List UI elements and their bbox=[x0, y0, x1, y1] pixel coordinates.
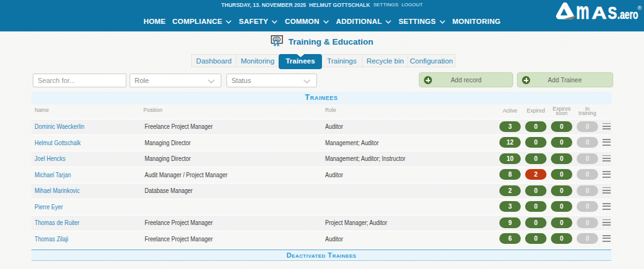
svg-text:S: S bbox=[608, 4, 618, 23]
svg-text:m: m bbox=[576, 0, 589, 23]
svg-text:.aero: .aero bbox=[618, 7, 638, 21]
svg-text:®: ® bbox=[638, 4, 642, 11]
svg-text:A: A bbox=[592, 4, 607, 23]
